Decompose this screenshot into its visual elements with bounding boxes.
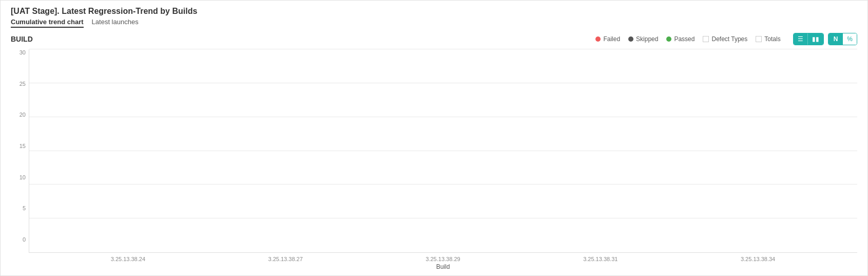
y-label-20: 20 [11, 112, 29, 118]
y-label-10: 10 [11, 174, 29, 180]
legend-passed: Passed [666, 35, 695, 43]
n-pct-toggle[interactable]: N % [828, 33, 857, 45]
x-label-5: 3.25.13.38.34 [732, 256, 784, 262]
n-button[interactable]: N [828, 33, 843, 45]
x-axis: 3.25.13.38.24 3.25.13.38.27 3.25.13.38.2… [29, 253, 857, 262]
skipped-dot [628, 36, 633, 42]
y-label-15: 15 [11, 143, 29, 149]
y-label-30: 30 [11, 49, 29, 56]
failed-dot [595, 36, 601, 42]
legend-skipped: Skipped [628, 35, 658, 43]
passed-dot [666, 36, 671, 42]
tabs: Cumulative trend chart Latest launches [11, 18, 857, 28]
defect-types-label: Defect Types [711, 35, 747, 43]
y-label-25: 25 [11, 81, 29, 87]
y-label-5: 5 [11, 205, 29, 211]
x-label-3: 3.25.13.38.29 [417, 256, 469, 262]
skipped-label: Skipped [636, 35, 658, 43]
tab-cumulative[interactable]: Cumulative trend chart [11, 18, 84, 28]
legend-toolbar: Failed Skipped Passed Defect Types [595, 33, 857, 45]
totals-square [756, 36, 762, 42]
page-title: [UAT Stage]. Latest Regression-Trend by … [11, 7, 857, 16]
view-toggle[interactable]: ☰ ▮▮ [793, 33, 824, 45]
x-axis-title: Build [29, 263, 857, 270]
bars-container [29, 49, 857, 252]
chart-plot [29, 49, 857, 253]
pct-button[interactable]: % [843, 33, 857, 45]
x-label-2: 3.25.13.38.27 [260, 256, 311, 262]
tab-latest[interactable]: Latest launches [92, 18, 139, 28]
chart-header: BUILD Failed Skipped Passed [11, 33, 857, 45]
bar-view-button[interactable]: ▮▮ [808, 33, 823, 45]
legend: Failed Skipped Passed Defect Types [595, 35, 780, 43]
legend-totals: Totals [756, 35, 780, 43]
chart-body: 0 5 10 15 20 25 30 [11, 49, 857, 270]
x-label-4: 3.25.13.38.31 [575, 256, 626, 262]
passed-label: Passed [674, 35, 695, 43]
chart-title: BUILD [11, 35, 33, 43]
x-label-1: 3.25.13.38.24 [102, 256, 153, 262]
toolbar-buttons: ☰ ▮▮ N % [793, 33, 857, 45]
defect-types-square [703, 36, 709, 42]
y-label-0: 0 [11, 236, 29, 243]
header: [UAT Stage]. Latest Regression-Trend by … [11, 7, 857, 28]
totals-label: Totals [764, 35, 780, 43]
main-container: [UAT Stage]. Latest Regression-Trend by … [0, 0, 868, 276]
chart-inner: 0 5 10 15 20 25 30 [11, 49, 857, 253]
list-view-button[interactable]: ☰ [794, 33, 808, 45]
legend-failed: Failed [595, 35, 620, 43]
legend-defect-types: Defect Types [703, 35, 747, 43]
y-axis: 0 5 10 15 20 25 30 [11, 49, 29, 253]
failed-label: Failed [603, 35, 620, 43]
chart-area: BUILD Failed Skipped Passed [11, 33, 857, 270]
